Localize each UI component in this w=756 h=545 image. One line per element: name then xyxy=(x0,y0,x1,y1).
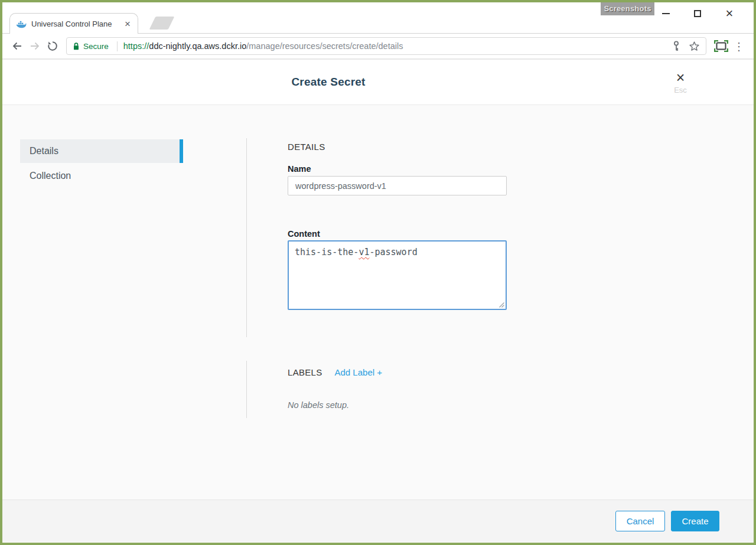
back-button[interactable] xyxy=(8,37,26,55)
screenshot-extension-button[interactable] xyxy=(712,37,730,55)
tab-close-icon[interactable]: × xyxy=(123,19,132,29)
docker-whale-icon xyxy=(16,19,27,28)
browser-toolbar: Secure https://ddc-nightly.qa.aws.dckr.i… xyxy=(2,34,754,60)
content-text: -password xyxy=(369,247,417,257)
sidebar-item-label: Details xyxy=(30,146,58,156)
ucp-page: Create Secret × Esc Details Collection D… xyxy=(2,60,754,542)
modal-header: Create Secret × Esc xyxy=(2,60,754,105)
esc-hint-label: Esc xyxy=(667,86,693,94)
modal-close-button[interactable]: × Esc xyxy=(667,70,693,94)
content-field-label: Content xyxy=(288,229,320,239)
window-minimize-button[interactable] xyxy=(650,8,682,19)
address-bar[interactable]: Secure https://ddc-nightly.qa.aws.dckr.i… xyxy=(66,37,706,55)
section-divider xyxy=(246,138,247,337)
lock-icon xyxy=(73,42,80,51)
screenshot-frame: Universal Control Plane × Screenshots × xyxy=(0,0,756,545)
close-icon: × xyxy=(726,9,734,18)
tab-title: Universal Control Plane xyxy=(31,19,123,28)
screenshots-overlay-badge: Screenshots xyxy=(601,2,654,15)
modal-side-nav: Details Collection xyxy=(20,139,183,188)
url-path: /manage/resources/secrets/create/details xyxy=(246,41,403,51)
modal-footer: Cancel Create xyxy=(2,500,754,542)
create-button[interactable]: Create xyxy=(671,511,719,531)
modal-close-icon: × xyxy=(667,70,693,84)
new-tab-button[interactable] xyxy=(149,17,175,30)
address-bar-icons xyxy=(672,41,700,52)
secure-label[interactable]: Secure xyxy=(83,42,109,51)
page-title: Create Secret xyxy=(0,76,680,89)
maximize-icon xyxy=(694,10,701,17)
content-text-misspelled: v1 xyxy=(359,247,369,257)
cancel-button[interactable]: Cancel xyxy=(615,511,665,531)
name-input[interactable] xyxy=(288,176,507,195)
sidebar-item-details[interactable]: Details xyxy=(20,139,183,163)
browser-tab[interactable]: Universal Control Plane × xyxy=(9,13,138,34)
saved-password-key-icon[interactable] xyxy=(672,41,680,51)
minimize-icon xyxy=(662,13,670,14)
browser-menu-icon[interactable]: ⋮ xyxy=(730,40,748,53)
back-arrow-icon xyxy=(11,40,23,52)
window-controls: × xyxy=(650,8,745,19)
modal-content: Details Collection DETAILS Name Content … xyxy=(2,105,754,500)
sidebar-item-collection[interactable]: Collection xyxy=(20,164,183,188)
sidebar-item-label: Collection xyxy=(30,171,71,181)
url-host: ddc-nightly.qa.aws.dckr.io xyxy=(149,41,246,51)
window-maximize-button[interactable] xyxy=(682,8,713,19)
content-textarea[interactable]: this-is-the-v1-password xyxy=(288,240,507,310)
bookmark-star-icon[interactable] xyxy=(689,41,700,52)
url-text[interactable]: https://ddc-nightly.qa.aws.dckr.io/manag… xyxy=(123,41,667,51)
forward-button[interactable] xyxy=(26,37,44,55)
details-section-heading: DETAILS xyxy=(288,142,325,152)
reload-button[interactable] xyxy=(44,37,61,55)
no-labels-text: No labels setup. xyxy=(288,400,349,410)
window-close-button[interactable]: × xyxy=(713,8,745,19)
textarea-resize-handle[interactable] xyxy=(498,302,504,308)
reload-icon xyxy=(47,40,58,52)
content-text: this-is-the- xyxy=(295,247,359,257)
forward-arrow-icon xyxy=(29,40,41,52)
add-label-link[interactable]: Add Label + xyxy=(335,367,383,377)
url-scheme: https:// xyxy=(123,41,149,51)
section-divider xyxy=(246,361,247,418)
labels-section-heading: LABELS xyxy=(288,367,322,377)
labels-section: LABELS Add Label + xyxy=(288,367,382,377)
address-separator xyxy=(117,41,118,51)
name-field-label: Name xyxy=(288,164,311,174)
capture-icon xyxy=(714,40,728,52)
